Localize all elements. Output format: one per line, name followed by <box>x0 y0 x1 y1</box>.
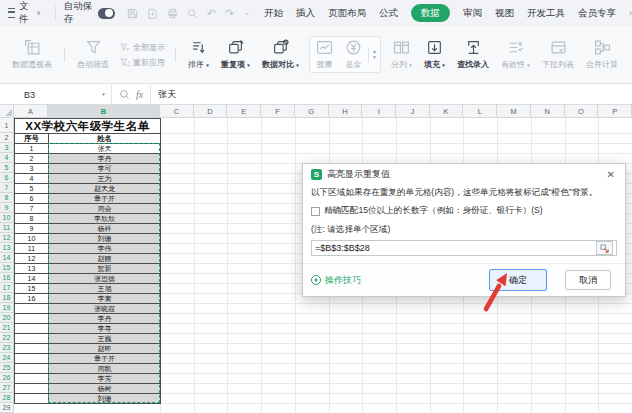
row-header-13[interactable]: 13 <box>0 243 14 253</box>
toolbar-reapply[interactable]: 重新应用 <box>119 57 165 68</box>
column-header-E[interactable]: E <box>227 105 261 118</box>
cell-A16[interactable]: 14 <box>15 274 49 284</box>
cell-B4[interactable]: 李丹 <box>49 154 161 164</box>
autosave-toggle[interactable] <box>98 8 115 19</box>
name-box[interactable]: B3 ▾ <box>0 90 111 100</box>
row-header-22[interactable]: 22 <box>0 333 14 343</box>
cell-B22[interactable]: 王巍 <box>49 334 161 344</box>
cell-B8[interactable]: 章子开 <box>49 194 161 204</box>
cell-B27[interactable]: 杨树 <box>49 384 161 394</box>
undo-icon[interactable]: ↶ <box>207 8 216 18</box>
row-header-6[interactable]: 6 <box>0 173 14 183</box>
save-icon[interactable] <box>127 8 138 19</box>
column-header-A[interactable]: A <box>14 105 48 118</box>
checkbox[interactable] <box>311 207 320 216</box>
more-commands-icon[interactable]: ⌄ <box>243 8 250 18</box>
toolbar-lookup-entry[interactable]: 查找录入 <box>451 39 495 70</box>
toolbar-show-all[interactable]: 全部显示 <box>119 42 165 53</box>
column-header-K[interactable]: K <box>430 105 464 118</box>
cell-A11[interactable]: 9 <box>15 224 49 234</box>
cell-B28[interactable]: 刘珊 <box>49 394 161 404</box>
row-header-26[interactable]: 26 <box>0 373 14 383</box>
print-preview-icon[interactable] <box>187 8 198 19</box>
cell-B24[interactable]: 章子开 <box>49 354 161 364</box>
row-header-12[interactable]: 12 <box>0 233 14 243</box>
cell-A9[interactable]: 7 <box>15 204 49 214</box>
cell-A17[interactable]: 15 <box>15 284 49 294</box>
tab-开发工具[interactable]: 开发工具 <box>527 7 565 20</box>
row-header-2[interactable]: 2 <box>0 133 14 143</box>
cell-A5[interactable]: 3 <box>15 164 49 174</box>
scroll-down-icon[interactable]: ▼ <box>372 55 377 60</box>
row-header-24[interactable]: 24 <box>0 353 14 363</box>
column-header-N[interactable]: N <box>531 105 565 118</box>
fx-icon[interactable]: fx <box>136 89 143 100</box>
cell-A27[interactable] <box>15 384 49 394</box>
toolbar-validation[interactable]: 有效性▾ <box>495 39 536 70</box>
row-header-8[interactable]: 8 <box>0 193 14 203</box>
row-header-11[interactable]: 11 <box>0 223 14 233</box>
tips-link[interactable]: 操作技巧 <box>311 274 361 287</box>
row-header-14[interactable]: 14 <box>0 253 14 263</box>
row-header-19[interactable]: 19 <box>0 303 14 313</box>
row-header-20[interactable]: 20 <box>0 313 14 323</box>
column-header-C[interactable]: C <box>160 105 194 118</box>
cell-A25[interactable] <box>15 364 49 374</box>
tab-会员专享[interactable]: 会员专享 <box>578 7 616 20</box>
row-header-1[interactable]: 1 <box>0 118 14 133</box>
dialog-title-bar[interactable]: S 高亮显示重复值 ✕ <box>303 164 625 184</box>
toolbar-fill[interactable]: 填充▾ <box>418 39 451 70</box>
header-cell-name[interactable]: 姓名 <box>49 134 161 144</box>
toolbar-funds[interactable]: 基金 <box>339 39 368 70</box>
cell-A24[interactable] <box>15 354 49 364</box>
cell-B25[interactable]: 周凯 <box>49 364 161 374</box>
cell-B5[interactable]: 李可 <box>49 164 161 174</box>
tab-插入[interactable]: 插入 <box>296 7 315 20</box>
header-cell-serial[interactable]: 序号 <box>15 134 49 144</box>
cell-B15[interactable]: 贺新 <box>49 264 161 274</box>
tab-视图[interactable]: 视图 <box>495 7 514 20</box>
cell-B12[interactable]: 刘珊 <box>49 234 161 244</box>
range-picker-button[interactable] <box>596 241 613 255</box>
row-header-5[interactable]: 5 <box>0 163 14 173</box>
row-header-10[interactable]: 10 <box>0 213 14 223</box>
toolbar-dropdown-list[interactable]: 下拉列表 <box>536 39 580 70</box>
row-header-7[interactable]: 7 <box>0 183 14 193</box>
cell-B21[interactable]: 李寻 <box>49 324 161 334</box>
tab-公式[interactable]: 公式 <box>379 7 398 20</box>
cell-B16[interactable]: 张思德 <box>49 274 161 284</box>
toolbar-data-compare[interactable]: 数据对比▾ <box>256 39 305 70</box>
tab-开始[interactable]: 开始 <box>264 7 283 20</box>
cell-B18[interactable]: 李素 <box>49 294 161 304</box>
cell-B13[interactable]: 李伟 <box>49 244 161 254</box>
column-header-J[interactable]: J <box>396 105 430 118</box>
row-header-4[interactable]: 4 <box>0 153 14 163</box>
select-all-corner[interactable] <box>0 105 14 118</box>
row-header-3[interactable]: 3 <box>0 143 14 153</box>
cell-B14[interactable]: 赵丽 <box>49 254 161 264</box>
print-icon[interactable] <box>167 8 178 19</box>
exact-match-checkbox-row[interactable]: 精确匹配15位以上的长数字（例如：身份证、银行卡）(S) <box>303 198 625 217</box>
toolbar-sort[interactable]: 排序▾ <box>182 39 215 70</box>
column-header-B[interactable]: B <box>48 105 160 118</box>
range-input[interactable]: =$B$3:$B$28 <box>311 240 617 256</box>
cell-A8[interactable]: 6 <box>15 194 49 204</box>
cell-A23[interactable] <box>15 344 49 354</box>
column-header-D[interactable]: D <box>194 105 228 118</box>
toolbar-text-to-columns[interactable]: 分列▾ <box>385 39 418 70</box>
file-menu[interactable]: 文件 ∨ <box>0 0 49 26</box>
cell-B9[interactable]: 周会 <box>49 204 161 214</box>
magnifier-icon[interactable] <box>119 89 130 100</box>
column-header-P[interactable]: P <box>598 105 632 118</box>
row-header-27[interactable]: 27 <box>0 383 14 393</box>
cell-B20[interactable]: 李丹 <box>49 314 161 324</box>
export-pdf-icon[interactable] <box>147 8 158 19</box>
column-header-H[interactable]: H <box>329 105 363 118</box>
cell-A10[interactable]: 8 <box>15 214 49 224</box>
column-header-F[interactable]: F <box>261 105 295 118</box>
cell-B17[interactable]: 王旭 <box>49 284 161 294</box>
row-header-16[interactable]: 16 <box>0 273 14 283</box>
column-header-L[interactable]: L <box>463 105 497 118</box>
row-header-21[interactable]: 21 <box>0 323 14 333</box>
redo-icon[interactable]: ↷ <box>225 8 234 18</box>
